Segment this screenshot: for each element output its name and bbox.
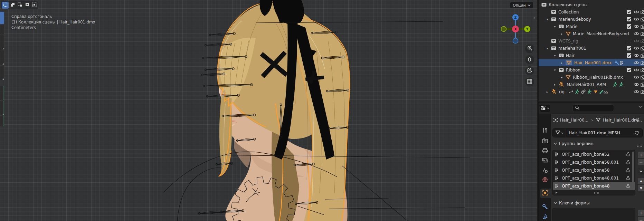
tool-shelf-button[interactable] bbox=[0, 35, 4, 50]
tab-scene-tab[interactable] bbox=[539, 166, 551, 175]
tab-viewlayer-tab[interactable] bbox=[539, 156, 551, 166]
camera-restrict-icon[interactable] bbox=[641, 82, 644, 88]
collapse-arrow-icon[interactable]: ▾ bbox=[545, 18, 549, 21]
tool-shelf-button[interactable] bbox=[0, 25, 4, 35]
outliner-item-label[interactable]: Hair bbox=[566, 53, 575, 58]
add-vertex-group-button[interactable]: + bbox=[637, 151, 644, 158]
datablock-name-field[interactable]: Hair_Hair001.dmx_MESH bbox=[552, 128, 643, 137]
outliner-item-label[interactable]: mariehair001 bbox=[558, 46, 586, 51]
outliner-item-label[interactable]: rig bbox=[559, 89, 565, 94]
camera-restrict-icon[interactable] bbox=[641, 39, 644, 44]
camera-restrict-icon[interactable] bbox=[641, 10, 644, 15]
breadcrumb-object[interactable]: Hair_Hair00... bbox=[560, 118, 588, 123]
hide-eye-icon[interactable] bbox=[634, 17, 639, 22]
outliner-item-label[interactable]: Hair_Hair001.dmx bbox=[574, 60, 612, 65]
axis-z-neg-ball[interactable] bbox=[513, 38, 518, 44]
outliner-row[interactable]: ▾Marie bbox=[539, 23, 644, 30]
expand-arrow-icon[interactable]: ▸ bbox=[560, 76, 564, 79]
outliner-row[interactable]: ▾Ribbon bbox=[539, 66, 644, 74]
tool-shelf-button[interactable] bbox=[0, 116, 4, 126]
editor-type-button[interactable] bbox=[540, 105, 550, 112]
lock-open-icon[interactable] bbox=[626, 176, 630, 181]
outliner-item-label[interactable]: MarieHair001_ARM bbox=[567, 82, 606, 87]
move-group-up-button[interactable]: ▲ bbox=[637, 177, 644, 184]
tab-render-tab[interactable] bbox=[539, 136, 551, 146]
vertex-group-row[interactable]: OPT_acs_ribon_bone58.001 bbox=[553, 158, 635, 166]
camera-restrict-icon[interactable] bbox=[641, 89, 644, 95]
tab-tool-tab[interactable] bbox=[539, 126, 551, 136]
collapse-arrow-icon[interactable]: ▾ bbox=[553, 54, 557, 57]
hide-eye-icon[interactable] bbox=[634, 83, 639, 87]
vertex-group-specials-button[interactable] bbox=[637, 168, 644, 175]
expand-arrow-icon[interactable]: ▸ bbox=[560, 61, 564, 65]
outliner-row[interactable]: ▾marienudebody bbox=[539, 16, 644, 23]
lock-open-icon[interactable] bbox=[626, 184, 630, 189]
exclude-checkbox[interactable] bbox=[627, 24, 631, 29]
camera-view-button[interactable] bbox=[525, 66, 534, 75]
select-difference-button[interactable] bbox=[23, 2, 30, 9]
tool-shelf-button[interactable] bbox=[0, 66, 4, 80]
tool-shelf-button[interactable] bbox=[0, 101, 4, 115]
chevron-down-icon[interactable] bbox=[638, 106, 642, 108]
tab-particles-tab[interactable] bbox=[539, 212, 551, 221]
camera-restrict-icon[interactable] bbox=[641, 60, 644, 66]
outliner-row[interactable]: ▸Hair_Hair001.dmx bbox=[539, 59, 644, 66]
expand-arrow-icon[interactable]: ▸ bbox=[560, 32, 564, 36]
exclude-checkbox[interactable] bbox=[627, 39, 631, 43]
hide-eye-icon[interactable] bbox=[634, 46, 639, 51]
lock-open-icon[interactable] bbox=[626, 160, 630, 165]
expand-arrow-icon[interactable]: ▸ bbox=[545, 90, 549, 94]
outliner-row[interactable]: ▾Hair bbox=[539, 52, 644, 59]
axis-gizmo[interactable]: Z Y X bbox=[500, 12, 534, 46]
expand-arrow-icon[interactable]: ▸ bbox=[553, 83, 557, 86]
shape-keys-panel-header[interactable]: Ключи формы bbox=[551, 200, 644, 206]
camera-restrict-icon[interactable] bbox=[641, 31, 644, 37]
select-subtract-button[interactable] bbox=[16, 2, 23, 9]
exclude-checkbox[interactable] bbox=[627, 68, 631, 72]
collapse-arrow-icon[interactable]: ▾ bbox=[553, 68, 557, 72]
exclude-checkbox[interactable] bbox=[627, 10, 631, 14]
tool-shelf-button[interactable] bbox=[0, 50, 4, 65]
remove-vertex-group-button[interactable]: − bbox=[637, 158, 644, 165]
hide-eye-icon[interactable] bbox=[634, 75, 639, 80]
outliner-row[interactable]: ▸Ribbon_Hair001Rib.dmx bbox=[539, 74, 644, 81]
lock-open-icon[interactable] bbox=[626, 152, 630, 157]
list-resize-grip[interactable] bbox=[594, 192, 599, 194]
vertex-group-row[interactable]: OPT_acs_ribon_bone58 bbox=[553, 166, 635, 174]
lock-open-icon[interactable] bbox=[626, 168, 630, 173]
search-input[interactable] bbox=[572, 104, 614, 112]
outliner-row[interactable]: WGTS_rig bbox=[539, 37, 644, 45]
hide-eye-icon[interactable] bbox=[634, 10, 639, 15]
camera-restrict-icon[interactable] bbox=[641, 46, 644, 51]
hide-eye-icon[interactable] bbox=[634, 90, 639, 95]
shield-icon[interactable] bbox=[635, 131, 639, 136]
add-shape-key-button[interactable]: + bbox=[637, 209, 644, 216]
outliner-item-label[interactable]: Ribbon bbox=[566, 68, 580, 73]
move-group-down-button[interactable]: ▼ bbox=[637, 185, 644, 192]
outliner-row[interactable]: ▾mariehair001 bbox=[539, 45, 644, 52]
exclude-checkbox[interactable] bbox=[627, 53, 631, 58]
hide-eye-icon[interactable] bbox=[634, 61, 639, 66]
grid-ortho-button[interactable] bbox=[525, 77, 534, 86]
scrollbar[interactable] bbox=[632, 152, 634, 188]
outliner-item-label[interactable]: Marie bbox=[566, 24, 577, 29]
hide-eye-icon[interactable] bbox=[634, 25, 639, 29]
tool-shelf[interactable] bbox=[0, 12, 4, 127]
exclude-checkbox[interactable] bbox=[627, 46, 631, 50]
camera-restrict-icon[interactable] bbox=[641, 53, 644, 59]
collapse-arrow-icon[interactable]: ▾ bbox=[545, 47, 549, 50]
hide-eye-icon[interactable] bbox=[634, 54, 639, 58]
tab-world-tab[interactable] bbox=[539, 175, 551, 185]
3d-viewport[interactable]: Справа ортогональ (1) Коллекция сцены | … bbox=[0, 0, 537, 221]
select-intersect-button[interactable] bbox=[31, 2, 38, 9]
camera-restrict-icon[interactable] bbox=[641, 68, 644, 73]
outliner-item-label[interactable]: Коллекция сцены bbox=[549, 2, 587, 7]
select-extend-button[interactable] bbox=[9, 2, 16, 9]
panel-grip[interactable] bbox=[637, 144, 642, 147]
outliner-panel[interactable]: Коллекция сценыCollection▾marienudebody▾… bbox=[538, 0, 644, 101]
tab-object-tab[interactable] bbox=[539, 189, 551, 198]
vertex-groups-list[interactable]: OPT_acs_ribon_bone52OPT_acs_ribon_bone58… bbox=[552, 150, 635, 195]
hide-eye-icon[interactable] bbox=[634, 39, 639, 44]
remove-shape-key-button[interactable]: − bbox=[637, 217, 644, 221]
options-dropdown[interactable]: Опции bbox=[510, 2, 533, 8]
